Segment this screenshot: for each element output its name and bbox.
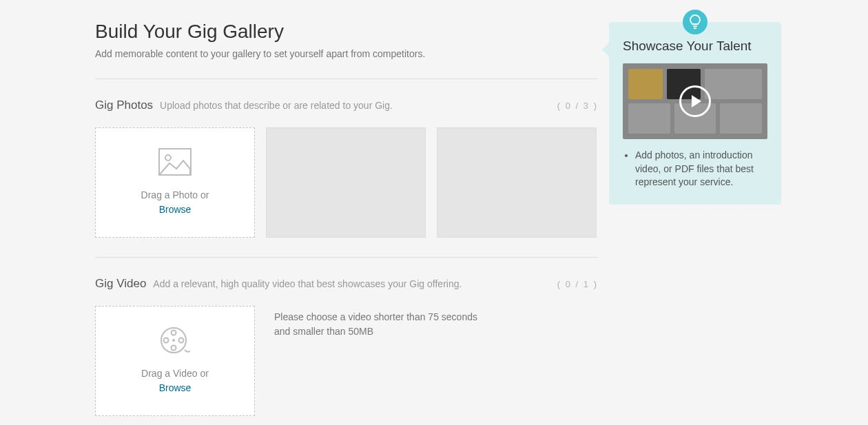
play-icon bbox=[679, 85, 711, 117]
video-title: Gig Video bbox=[95, 277, 146, 291]
photo-drag-label: Drag a Photo or bbox=[141, 189, 209, 200]
photos-section-header: Gig Photos Upload photos that describe o… bbox=[95, 99, 598, 112]
svg-point-4 bbox=[172, 346, 176, 351]
photo-browse-link[interactable]: Browse bbox=[159, 204, 192, 215]
svg-point-1 bbox=[165, 155, 171, 160]
photo-slots: Drag a Photo or Browse bbox=[95, 127, 598, 238]
svg-point-7 bbox=[172, 339, 175, 342]
photo-slot-empty bbox=[266, 127, 426, 238]
video-section-header: Gig Video Add a relevant, high quality v… bbox=[95, 277, 598, 291]
video-drag-label: Drag a Video or bbox=[141, 368, 209, 379]
main-content: Build Your Gig Gallery Add memorable con… bbox=[95, 21, 598, 416]
photos-title: Gig Photos bbox=[95, 99, 153, 112]
tip-sidebar: Showcase Your Talent bbox=[609, 22, 781, 205]
divider bbox=[95, 79, 598, 79]
film-reel-icon bbox=[160, 326, 190, 357]
sidebar-title: Showcase Your Talent bbox=[623, 39, 767, 54]
video-desc: Add a relevant, high quality video that … bbox=[153, 278, 557, 289]
video-browse-link[interactable]: Browse bbox=[159, 382, 192, 393]
video-row: Drag a Video or Browse Please choose a v… bbox=[95, 306, 598, 416]
lightbulb-icon bbox=[683, 10, 707, 34]
photo-slot-empty bbox=[437, 127, 597, 238]
video-upload-slot[interactable]: Drag a Video or Browse bbox=[95, 306, 255, 416]
sidebar-tip-item: Add photos, an introduction video, or PD… bbox=[635, 149, 767, 189]
svg-rect-0 bbox=[159, 149, 191, 175]
video-count: ( 0 / 1 ) bbox=[557, 279, 598, 289]
divider bbox=[95, 257, 598, 258]
photos-count: ( 0 / 3 ) bbox=[557, 101, 598, 111]
video-hint: Please choose a video shorter than 75 se… bbox=[274, 306, 481, 416]
video-drag-text: Drag a Video or Browse bbox=[141, 366, 209, 395]
tutorial-video-thumbnail[interactable] bbox=[623, 63, 767, 139]
sidebar-tips-list: Add photos, an introduction video, or PD… bbox=[623, 149, 767, 189]
page-subtitle: Add memorable content to your gallery to… bbox=[95, 48, 598, 59]
photo-upload-slot[interactable]: Drag a Photo or Browse bbox=[95, 127, 255, 238]
image-icon bbox=[158, 148, 192, 178]
svg-point-6 bbox=[179, 338, 184, 343]
svg-point-5 bbox=[164, 338, 169, 343]
photos-desc: Upload photos that describe or are relat… bbox=[160, 100, 557, 111]
photo-drag-text: Drag a Photo or Browse bbox=[141, 188, 209, 217]
page-title: Build Your Gig Gallery bbox=[95, 21, 598, 43]
svg-point-3 bbox=[172, 331, 176, 335]
